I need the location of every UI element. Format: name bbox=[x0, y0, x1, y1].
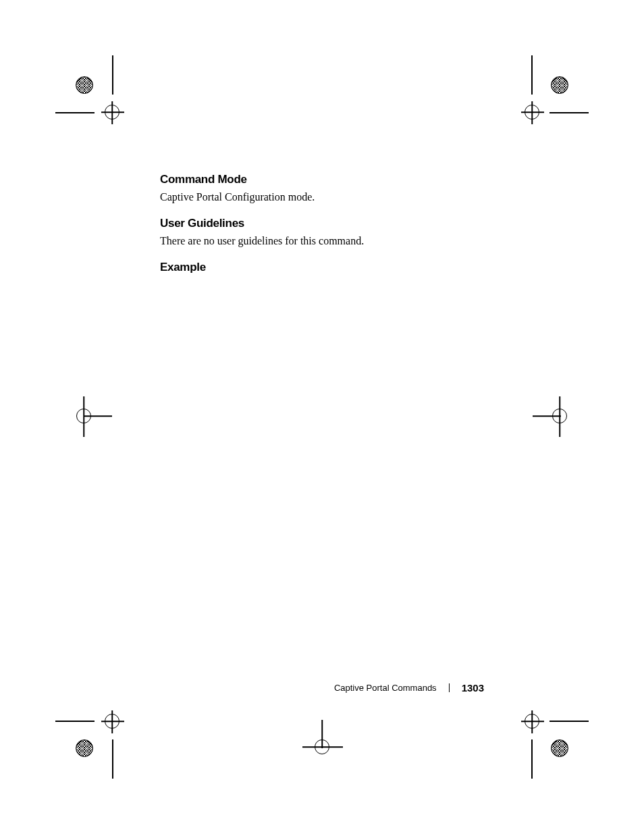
page-content: Command Mode Captive Portal Configuratio… bbox=[160, 173, 504, 278]
user-guidelines-heading: User Guidelines bbox=[160, 217, 504, 230]
command-mode-body: Captive Portal Configuration mode. bbox=[160, 190, 504, 205]
footer-divider bbox=[449, 683, 450, 692]
page-number: 1303 bbox=[462, 682, 484, 694]
command-mode-heading: Command Mode bbox=[160, 173, 504, 186]
example-heading: Example bbox=[160, 261, 504, 274]
crop-mark-left bbox=[76, 409, 91, 423]
crop-mark-bottom-center bbox=[315, 739, 329, 754]
page-footer: Captive Portal Commands 1303 bbox=[334, 682, 484, 694]
footer-section-title: Captive Portal Commands bbox=[334, 683, 437, 693]
user-guidelines-body: There are no user guidelines for this co… bbox=[160, 234, 504, 249]
crop-mark-right bbox=[552, 409, 567, 423]
